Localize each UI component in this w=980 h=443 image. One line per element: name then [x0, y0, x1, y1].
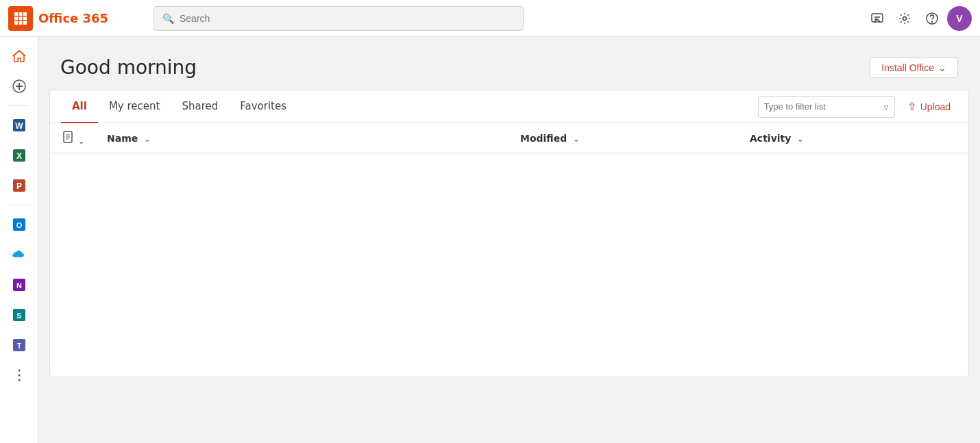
onedrive-icon [11, 246, 27, 263]
chevron-down-icon: ⌄ [938, 62, 946, 73]
sidebar-item-create[interactable] [5, 73, 33, 100]
svg-rect-2 [23, 12, 27, 16]
upload-icon: ⇧ [907, 100, 916, 113]
tabs-actions: ▿ ⇧ Upload [758, 96, 957, 118]
upload-button[interactable]: ⇧ Upload [901, 96, 957, 117]
activity-sort-icon: ⌄ [797, 135, 803, 144]
svg-text:S: S [16, 312, 21, 320]
teams-icon: T [11, 337, 27, 353]
sidebar-item-more[interactable] [5, 362, 33, 389]
topbar-left: Office 365 [8, 6, 145, 31]
upload-label: Upload [920, 101, 951, 112]
search-bar: 🔍 [154, 6, 524, 31]
svg-text:W: W [15, 121, 23, 131]
svg-rect-6 [14, 21, 18, 25]
svg-rect-8 [23, 21, 27, 25]
search-input[interactable] [180, 13, 515, 24]
svg-point-10 [903, 16, 907, 20]
svg-rect-4 [19, 16, 23, 20]
files-panel: All My recent Shared Favorites ▿ ⇧ Uploa… [49, 90, 969, 377]
home-icon [11, 48, 27, 64]
svg-point-29 [18, 375, 20, 377]
sidebar-item-word[interactable]: W [5, 112, 33, 139]
install-office-label: Install Office [881, 62, 934, 73]
settings-button[interactable] [892, 6, 917, 31]
sidebar: W X P O [0, 37, 38, 443]
install-office-button[interactable]: Install Office ⌄ [870, 58, 958, 78]
col-activity-header[interactable]: Activity ⌄ [739, 123, 968, 153]
sidebar-item-outlook[interactable]: O [5, 211, 33, 238]
topbar: Office 365 🔍 V [0, 0, 980, 37]
filter-input-wrap: ▿ [758, 96, 895, 118]
user-avatar[interactable]: V [947, 6, 972, 31]
settings-icon [898, 12, 911, 25]
tabs-row: All My recent Shared Favorites ▿ ⇧ Uploa… [50, 90, 968, 123]
feedback-button[interactable] [865, 6, 890, 31]
svg-text:X: X [16, 151, 21, 161]
tab-all[interactable]: All [61, 90, 98, 123]
app-grid-button[interactable] [8, 6, 33, 31]
app-name: Office 365 [38, 11, 108, 25]
create-icon [11, 78, 27, 94]
sidebar-divider-2 [8, 205, 30, 205]
svg-rect-7 [19, 21, 23, 25]
table-header-row: ⌄ Name ⌄ Modified ⌄ Activity ⌄ [50, 123, 968, 153]
tab-shared[interactable]: Shared [171, 90, 229, 123]
name-sort-icon: ⌄ [144, 135, 150, 144]
sharepoint-icon: S [11, 307, 27, 323]
svg-text:O: O [16, 221, 22, 229]
svg-text:T: T [16, 342, 21, 350]
tab-recent[interactable]: My recent [98, 90, 171, 123]
topbar-right: V [865, 6, 972, 31]
svg-rect-9 [872, 14, 883, 22]
powerpoint-icon: P [11, 177, 27, 194]
sidebar-divider [8, 105, 30, 106]
greeting-heading: Good morning [60, 56, 197, 79]
filter-input[interactable] [764, 101, 880, 112]
grid-icon [14, 12, 27, 25]
col-name-header[interactable]: Name ⌄ [96, 123, 509, 153]
file-icon [61, 130, 75, 144]
sidebar-item-sharepoint[interactable]: S [5, 301, 33, 329]
filter-icon: ▿ [884, 101, 889, 112]
excel-icon: X [11, 147, 27, 164]
onenote-icon: N [11, 277, 27, 293]
svg-point-30 [18, 379, 20, 381]
main-layout: W X P O [0, 37, 980, 443]
svg-point-12 [932, 21, 933, 22]
col-modified-header[interactable]: Modified ⌄ [509, 123, 739, 153]
svg-rect-1 [19, 12, 23, 16]
search-icon: 🔍 [162, 13, 174, 24]
svg-text:P: P [16, 181, 21, 191]
files-table: ⌄ Name ⌄ Modified ⌄ Activity ⌄ [50, 123, 968, 153]
col-icon-header: ⌄ [50, 123, 96, 153]
svg-text:N: N [16, 281, 22, 290]
svg-rect-5 [23, 16, 27, 20]
sidebar-item-home[interactable] [5, 42, 33, 70]
svg-rect-3 [14, 16, 18, 20]
sidebar-item-onedrive[interactable] [5, 241, 33, 268]
help-button[interactable] [920, 6, 944, 31]
sidebar-item-onenote[interactable]: N [5, 271, 33, 299]
greeting-bar: Good morning Install Office ⌄ [38, 37, 980, 90]
svg-point-28 [18, 370, 20, 372]
more-icon [11, 367, 27, 383]
sidebar-item-teams[interactable]: T [5, 331, 33, 359]
sidebar-item-excel[interactable]: X [5, 142, 33, 169]
main-content: Good morning Install Office ⌄ All My rec… [38, 37, 980, 443]
modified-sort-icon: ⌄ [573, 135, 579, 144]
feedback-icon [870, 12, 884, 25]
help-icon [925, 12, 939, 25]
tab-favorites[interactable]: Favorites [229, 90, 297, 123]
word-icon: W [11, 117, 27, 134]
sidebar-item-powerpoint[interactable]: P [5, 172, 33, 199]
svg-rect-0 [14, 12, 18, 16]
outlook-icon: O [11, 216, 27, 233]
